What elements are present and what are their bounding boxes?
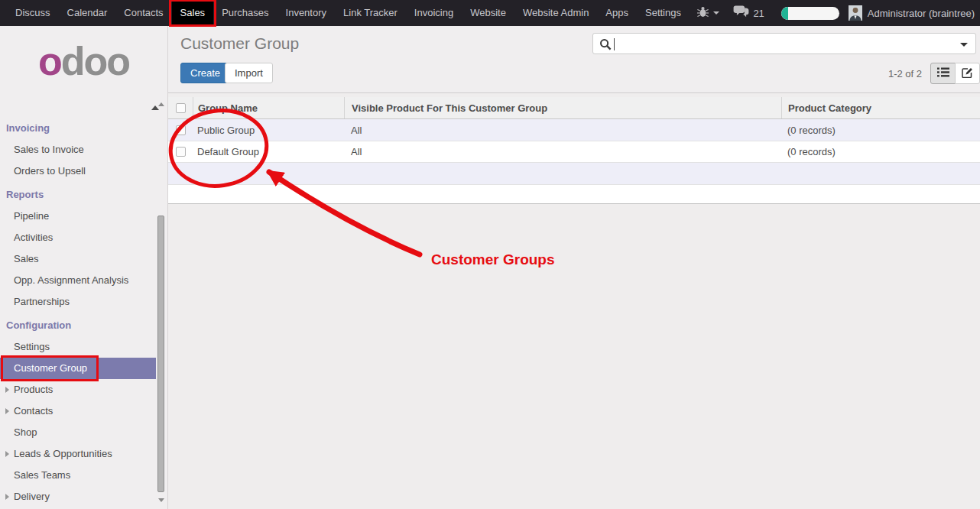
top-nav: Discuss Calendar Contacts Sales Purchase…: [0, 0, 980, 26]
search-bar[interactable]: [592, 33, 976, 54]
expand-arrow-icon: [5, 494, 9, 500]
message-count-badge: 21: [753, 8, 764, 19]
list-view-button[interactable]: [930, 63, 956, 84]
nav-item-inventory[interactable]: Inventory: [277, 0, 335, 26]
view-switcher: [930, 63, 980, 84]
nav-item-invoicing[interactable]: Invoicing: [406, 0, 462, 26]
empty-row: [168, 185, 980, 204]
search-icon: [599, 38, 612, 53]
scrollbar-up-icon[interactable]: [158, 102, 164, 106]
nav-item-contacts[interactable]: Contacts: [115, 0, 171, 26]
sidebar-section-configuration: Configuration: [0, 315, 155, 336]
odoo-logo-first-letter: o: [38, 39, 61, 83]
row-checkbox-cell: [168, 119, 193, 141]
sidebar-item-contacts[interactable]: Contacts: [0, 400, 155, 422]
sidebar-item-contacts-label: Contacts: [14, 405, 53, 417]
sidebar: odoo Invoicing Sales to Invoice Orders t…: [0, 26, 168, 509]
nav-item-sales[interactable]: Sales: [172, 0, 214, 26]
expand-arrow-icon: [5, 387, 9, 393]
list-icon: [937, 66, 949, 80]
cell-product-category: (0 records): [781, 119, 980, 141]
empty-row: [168, 163, 980, 185]
cell-group-name: Public Group: [193, 119, 344, 141]
table-row[interactable]: Default Group All (0 records): [168, 141, 980, 163]
cell-group-name: Default Group: [193, 141, 344, 162]
sidebar-item-partnerships[interactable]: Partnerships: [0, 291, 155, 313]
timer-progress-bar: [781, 7, 839, 20]
sidebar-item-sales-teams[interactable]: Sales Teams: [0, 465, 155, 486]
sidebar-item-products[interactable]: Products: [0, 379, 155, 400]
user-avatar[interactable]: [849, 5, 862, 21]
create-button[interactable]: Create: [180, 63, 230, 83]
sidebar-item-customer-group[interactable]: Customer Group: [0, 358, 156, 379]
sidebar-item-opp-assignment-analysis[interactable]: Opp. Assignment Analysis: [0, 270, 155, 291]
edit-icon: [962, 66, 974, 81]
search-input[interactable]: [616, 35, 945, 52]
nav-item-calendar[interactable]: Calendar: [59, 0, 116, 26]
sidebar-item-sales[interactable]: Sales: [0, 248, 155, 270]
odoo-logo-rest: doo: [61, 39, 129, 83]
page-title: Customer Group: [180, 34, 299, 53]
nav-item-discuss[interactable]: Discuss: [7, 0, 59, 26]
bug-icon: [696, 6, 709, 21]
nav-item-website[interactable]: Website: [462, 0, 514, 26]
sidebar-item-activities[interactable]: Activities: [0, 227, 155, 248]
sidebar-item-delivery[interactable]: Delivery: [0, 486, 155, 507]
sidebar-section-reports: Reports: [0, 184, 155, 206]
chevron-down-icon: [713, 11, 719, 15]
annotation-callout: Customer Groups: [431, 251, 555, 268]
nav-item-link-tracker[interactable]: Link Tracker: [335, 0, 406, 26]
form-view-button[interactable]: [955, 63, 980, 84]
nav-right-tools: 21 Administrator (braintree): [696, 0, 975, 26]
timer-progress-fill: [781, 7, 788, 20]
messages-menu[interactable]: 21: [733, 5, 764, 21]
sidebar-item-pipeline[interactable]: Pipeline: [0, 206, 155, 227]
sidebar-item-settings[interactable]: Settings: [0, 336, 155, 358]
sidebar-item-delivery-label: Delivery: [14, 491, 50, 502]
header-product-category[interactable]: Product Category: [781, 97, 980, 118]
row-checkbox[interactable]: [176, 147, 186, 157]
nav-item-purchases[interactable]: Purchases: [213, 0, 277, 26]
pager[interactable]: 1-2 of 2: [888, 68, 922, 79]
nav-item-settings[interactable]: Settings: [637, 0, 690, 26]
text-cursor: [614, 38, 615, 50]
sidebar-item-sales-to-invoice[interactable]: Sales to Invoice: [0, 139, 155, 160]
scrollbar-down-icon[interactable]: [158, 498, 164, 502]
debug-menu[interactable]: [696, 6, 719, 21]
cell-product-category: (0 records): [781, 141, 980, 162]
header-group-name[interactable]: Group Name: [193, 97, 344, 118]
user-menu[interactable]: Administrator (braintree): [868, 8, 975, 19]
sidebar-item-products-label: Products: [14, 384, 53, 395]
control-panel: Customer Group Create Import 1-2 of 2: [168, 26, 980, 93]
comments-icon: [733, 5, 749, 21]
table-header-row: Group Name Visible Product For This Cust…: [168, 97, 980, 119]
sidebar-menu: Invoicing Sales to Invoice Orders to Ups…: [0, 115, 155, 507]
sidebar-item-shop[interactable]: Shop: [0, 422, 155, 443]
sidebar-item-leads-opportunities-label: Leads & Opportunities: [14, 448, 112, 459]
expand-arrow-icon: [5, 451, 9, 457]
expand-arrow-icon: [5, 408, 9, 414]
main-content: Customer Group Create Import 1-2 of 2: [168, 26, 980, 509]
header-visible-product[interactable]: Visible Product For This Customer Group: [344, 97, 781, 118]
nav-menu: Discuss Calendar Contacts Sales Purchase…: [0, 0, 690, 26]
customer-group-table: Group Name Visible Product For This Cust…: [168, 97, 980, 204]
sidebar-scrollbar[interactable]: [155, 26, 167, 509]
nav-item-apps[interactable]: Apps: [597, 0, 637, 26]
sidebar-item-leads-opportunities[interactable]: Leads & Opportunities: [0, 443, 155, 465]
sidebar-item-customer-group-label: Customer Group: [14, 362, 87, 374]
select-all-checkbox[interactable]: [176, 103, 186, 113]
row-checkbox[interactable]: [176, 125, 186, 135]
odoo-logo: odoo: [0, 38, 167, 84]
nav-item-sales-label: Sales: [180, 7, 206, 18]
cell-visible-product: All: [344, 119, 781, 141]
sidebar-section-invoicing: Invoicing: [0, 118, 155, 139]
search-dropdown-icon[interactable]: [960, 43, 968, 47]
row-checkbox-cell: [168, 141, 193, 162]
cell-visible-product: All: [344, 141, 781, 162]
scrollbar-thumb[interactable]: [157, 216, 164, 492]
select-all-cell: [168, 97, 193, 118]
sidebar-item-orders-to-upsell[interactable]: Orders to Upsell: [0, 160, 155, 182]
import-button[interactable]: Import: [225, 63, 273, 83]
table-row[interactable]: Public Group All (0 records): [168, 119, 980, 141]
nav-item-website-admin[interactable]: Website Admin: [514, 0, 597, 26]
